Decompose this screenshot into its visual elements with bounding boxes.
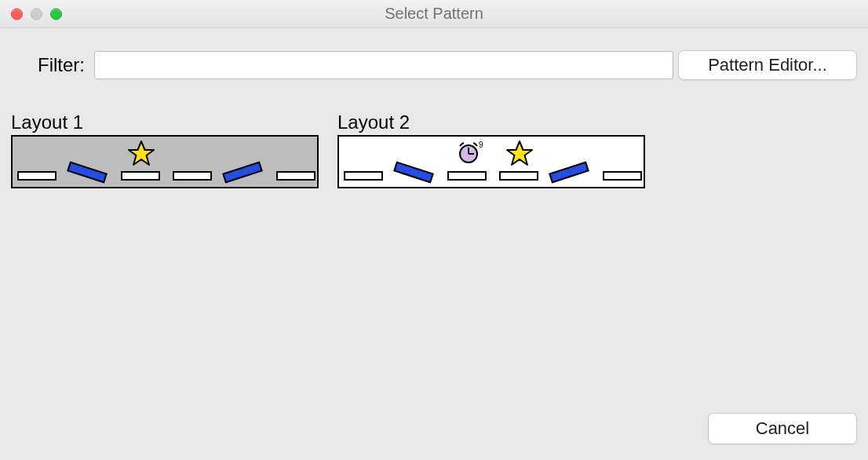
layout-label: Layout 1 (11, 111, 319, 133)
slot-icon (121, 171, 160, 181)
slot-icon (17, 171, 57, 181)
clock-icon: 9 (455, 140, 487, 168)
minimize-icon[interactable] (31, 8, 42, 20)
filter-label: Filter: (11, 54, 89, 76)
tilt-block-icon (549, 162, 589, 184)
footer: Cancel (11, 400, 857, 444)
filter-row: Filter: Pattern Editor... (11, 50, 857, 80)
titlebar[interactable]: Select Pattern (0, 0, 868, 28)
cancel-button[interactable]: Cancel (708, 413, 857, 444)
slot-icon (499, 171, 538, 181)
slot-icon (173, 171, 212, 181)
layout-item: Layout 2 9 (337, 111, 645, 188)
layout-label: Layout 2 (337, 111, 645, 133)
svg-marker-0 (129, 141, 154, 165)
zoom-icon[interactable] (50, 8, 62, 20)
window-controls (11, 8, 62, 20)
filter-input[interactable] (94, 51, 673, 79)
svg-marker-5 (507, 141, 532, 165)
star-icon (505, 140, 534, 170)
slot-icon (447, 171, 487, 181)
pattern-thumbnail[interactable]: 9 (337, 135, 645, 188)
close-icon[interactable] (11, 8, 23, 20)
content-area: Filter: Pattern Editor... Layout 1 (0, 28, 868, 460)
window-title: Select Pattern (385, 5, 483, 23)
slot-icon (344, 171, 383, 181)
layouts-list: Layout 1 Layout 2 (11, 111, 857, 188)
tilt-block-icon (67, 162, 108, 184)
star-icon (127, 140, 155, 170)
tilt-block-icon (222, 162, 263, 184)
pattern-editor-button[interactable]: Pattern Editor... (678, 50, 857, 80)
slot-icon (603, 171, 642, 181)
slot-icon (276, 171, 315, 181)
svg-text:9: 9 (479, 141, 483, 149)
pattern-thumbnail[interactable] (11, 135, 319, 188)
tilt-block-icon (393, 162, 434, 184)
layout-item: Layout 1 (11, 111, 319, 188)
